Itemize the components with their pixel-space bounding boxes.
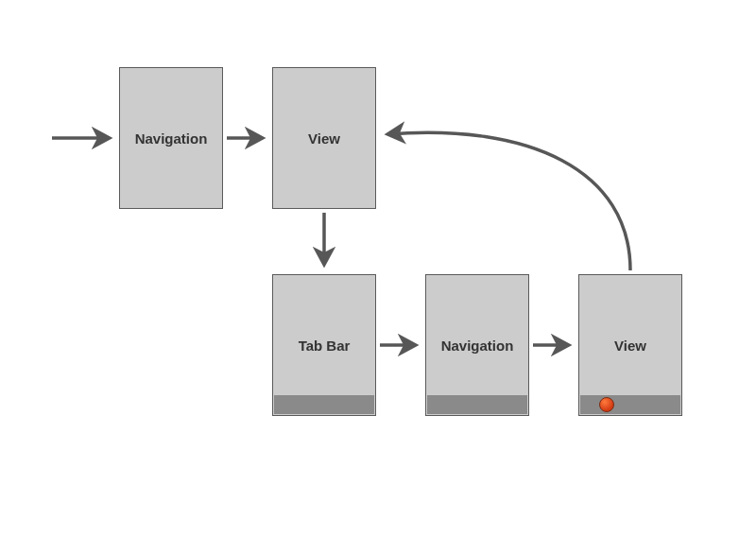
node-footer-bar [427, 395, 527, 414]
node-label: Tab Bar [299, 338, 351, 354]
node-label: Navigation [441, 338, 514, 354]
arrow-curved-icon [387, 132, 630, 270]
node-view-2: View [578, 274, 682, 416]
node-navigation-2: Navigation [425, 274, 529, 416]
node-label: View [308, 130, 340, 147]
diagram-arrows [0, 0, 756, 537]
node-label: Navigation [135, 130, 208, 147]
node-footer-bar [580, 395, 680, 414]
node-tab-bar: Tab Bar [272, 274, 376, 416]
diagram-canvas: Navigation View Tab Bar Navigation View [0, 0, 756, 537]
node-view-1: View [272, 67, 376, 209]
node-navigation-1: Navigation [119, 67, 223, 209]
node-footer-bar [274, 395, 374, 414]
node-label: View [614, 338, 646, 354]
active-tab-indicator-icon [599, 397, 614, 412]
